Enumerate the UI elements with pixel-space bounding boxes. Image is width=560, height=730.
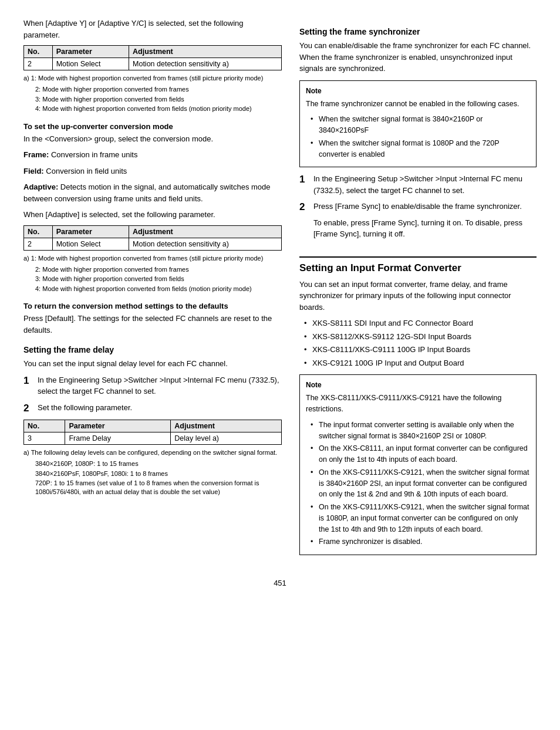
footnote3: a) The following delay levels can be con… bbox=[23, 448, 282, 497]
fn3-line2: 3840×2160PsF, 1080PsF, 1080i: 1 to 8 fra… bbox=[35, 469, 282, 478]
fn1-line0: a) 1: Mode with highest proportion conve… bbox=[23, 74, 282, 83]
table2-header-param: Parameter bbox=[52, 225, 129, 238]
intro-text: When [Adaptive Y] or [Adaptive Y/C] is s… bbox=[23, 18, 282, 40]
t2-r1-param: Motion Select bbox=[52, 238, 129, 250]
field-value: Conversion in field units bbox=[46, 167, 127, 175]
input-format-intro: You can set an input format converter, f… bbox=[299, 279, 537, 313]
field-label: Field: bbox=[23, 167, 44, 175]
fn2-line1: 2: Mode with higher proportion converted… bbox=[35, 265, 282, 274]
list-item: On the XKS-C9111/XKS-C9121, when the swi… bbox=[311, 467, 530, 500]
defaults-text: Press [Default]. The settings for the se… bbox=[23, 313, 282, 336]
table-row: 3 Frame Delay Delay level a) bbox=[24, 432, 282, 444]
note-box-1: Note The frame synchronizer cannot be en… bbox=[299, 80, 537, 168]
table-row: 2 Motion Select Motion detection sensiti… bbox=[24, 238, 282, 250]
t2-r1-adj: Motion detection sensitivity a) bbox=[129, 238, 282, 250]
step1-container: 1 In the Engineering Setup >Switcher >In… bbox=[23, 374, 282, 397]
list-item: The input format converter setting is av… bbox=[311, 420, 530, 442]
frame-delay-heading: Setting the frame delay bbox=[23, 345, 282, 354]
r-step1-num: 1 bbox=[299, 173, 309, 196]
note1-text: The frame synchronizer cannot be enabled… bbox=[306, 99, 530, 110]
t3-r1-param: Frame Delay bbox=[65, 432, 171, 444]
list-item: On the XKS-C9111/XKS-C9121, when the swi… bbox=[311, 502, 530, 535]
frame-line: Frame: Conversion in frame units bbox=[23, 149, 282, 161]
fn1-line3: 4: Mode with highest proportion converte… bbox=[35, 104, 282, 113]
upconverter-text: In the <Conversion> group, select the co… bbox=[23, 133, 282, 145]
defaults-heading: To return the conversion method settings… bbox=[23, 302, 282, 310]
table3: No. Parameter Adjustment 3 Frame Delay D… bbox=[23, 420, 282, 445]
r-step1-text: In the Engineering Setup >Switcher >Inpu… bbox=[313, 173, 537, 196]
fn3-line1: 3840×2160P, 1080P: 1 to 15 frames bbox=[35, 459, 282, 468]
r-step2-num: 2 bbox=[299, 201, 309, 245]
t3-r1-no: 3 bbox=[24, 432, 65, 444]
list-item: When the switcher signal format is 1080P… bbox=[311, 138, 530, 160]
table-row: 2 Motion Select Motion detection sensiti… bbox=[24, 58, 282, 70]
note1-label: Note bbox=[306, 86, 530, 96]
adaptive-label: Adaptive: bbox=[23, 182, 58, 191]
table2-header-no: No. bbox=[24, 225, 53, 238]
table1-header-param: Parameter bbox=[52, 46, 129, 58]
fn2-line0: a) 1: Mode with highest proportion conve… bbox=[23, 254, 282, 263]
frame-value: Conversion in frame units bbox=[51, 150, 137, 159]
note2-label: Note bbox=[306, 380, 530, 390]
fn3-line3: 720P: 1 to 15 frames (set value of 1 to … bbox=[35, 479, 282, 497]
frame-delay-intro: You can set the input signal delay level… bbox=[23, 358, 282, 370]
t3-r1-adj: Delay level a) bbox=[171, 432, 282, 444]
adaptive-line: Adaptive: Detects motion in the signal, … bbox=[23, 181, 282, 204]
left-column: When [Adaptive Y] or [Adaptive Y/C] is s… bbox=[23, 18, 282, 561]
list-item: XKS-C8111/XKS-C9111 100G IP Input Boards bbox=[304, 344, 537, 356]
step2-num: 2 bbox=[23, 402, 33, 415]
step2-text: Set the following parameter. bbox=[38, 402, 282, 415]
table2-header-adj: Adjustment bbox=[129, 225, 282, 238]
adaptive-followup: When [Adaptive] is selected, set the fol… bbox=[23, 209, 282, 221]
t1-r1-param: Motion Select bbox=[52, 58, 129, 70]
table1-header-no: No. bbox=[24, 46, 53, 58]
upconverter-heading: To set the up-converter conversion mode bbox=[23, 122, 282, 131]
r-step2-content: Press [Frame Sync] to enable/disable the… bbox=[313, 201, 537, 245]
page-footer: 451 bbox=[23, 579, 537, 587]
field-line: Field: Conversion in field units bbox=[23, 165, 282, 177]
fn1-line2: 3: Mode with higher proportion converted… bbox=[35, 95, 282, 104]
fn2-line2: 3: Mode with higher proportion converted… bbox=[35, 275, 282, 283]
input-format-bullets: XKS-S8111 SDI Input and FC Connector Boa… bbox=[304, 317, 537, 369]
fn3-indented: 3840×2160P, 1080P: 1 to 15 frames 3840×2… bbox=[35, 459, 282, 497]
step1-num: 1 bbox=[23, 374, 33, 397]
note1-bullets: When the switcher signal format is 3840×… bbox=[311, 114, 530, 160]
fn2-indented: 2: Mode with higher proportion converted… bbox=[35, 265, 282, 293]
table3-header-param: Parameter bbox=[65, 420, 171, 432]
frame-label: Frame: bbox=[23, 150, 49, 159]
r-step1-container: 1 In the Engineering Setup >Switcher >In… bbox=[299, 173, 537, 196]
list-item: XKS-S8111 SDI Input and FC Connector Boa… bbox=[304, 317, 537, 329]
step1-text: In the Engineering Setup >Switcher >Inpu… bbox=[38, 374, 282, 397]
right-column: Setting the frame synchronizer You can e… bbox=[299, 18, 537, 561]
fn3-line0: a) The following delay levels can be con… bbox=[23, 448, 282, 457]
list-item: On the XKS-C8111, an input format conver… bbox=[311, 443, 530, 465]
table1-header-adj: Adjustment bbox=[129, 46, 282, 58]
list-item: XKS-S8112/XKS-S9112 12G-SDI Input Boards bbox=[304, 331, 537, 343]
table3-header-adj: Adjustment bbox=[171, 420, 282, 432]
fn2-line3: 4: Mode with highest proportion converte… bbox=[35, 285, 282, 293]
frame-sync-heading: Setting the frame synchronizer bbox=[299, 27, 537, 36]
page-number: 451 bbox=[274, 579, 286, 587]
t1-r1-adj: Motion detection sensitivity a) bbox=[129, 58, 282, 70]
footnote1: a) 1: Mode with highest proportion conve… bbox=[23, 74, 282, 114]
note2-text: The XKS-C8111/XKS-C9111/XKS-C9121 have t… bbox=[306, 393, 530, 415]
fn1-line1: 2: Mode with higher proportion converted… bbox=[35, 85, 282, 94]
r-step2-followup: To enable, press [Frame Sync], turning i… bbox=[313, 217, 537, 240]
t1-r1-no: 2 bbox=[24, 58, 53, 70]
step2-container: 2 Set the following parameter. bbox=[23, 402, 282, 415]
r-step2-container: 2 Press [Frame Sync] to enable/disable t… bbox=[299, 201, 537, 245]
frame-sync-intro: You can enable/disable the frame synchro… bbox=[299, 40, 537, 75]
r-step2-text: Press [Frame Sync] to enable/disable the… bbox=[313, 201, 537, 212]
list-item: When the switcher signal format is 3840×… bbox=[311, 114, 530, 136]
fn1-indented: 2: Mode with higher proportion converted… bbox=[35, 85, 282, 113]
input-format-heading: Setting an Input Format Converter bbox=[299, 256, 537, 274]
table3-header-no: No. bbox=[24, 420, 65, 432]
list-item: Frame synchronizer is disabled. bbox=[311, 536, 530, 548]
table2: No. Parameter Adjustment 2 Motion Select… bbox=[23, 225, 282, 251]
t2-r1-no: 2 bbox=[24, 238, 53, 250]
adaptive-value: Detects motion in the signal, and automa… bbox=[23, 182, 271, 203]
note-box-2: Note The XKS-C8111/XKS-C9111/XKS-C9121 h… bbox=[299, 374, 537, 555]
footnote2: a) 1: Mode with highest proportion conve… bbox=[23, 254, 282, 294]
note2-bullets: The input format converter setting is av… bbox=[311, 420, 530, 548]
list-item: XKS-C9121 100G IP Input and Output Board bbox=[304, 357, 537, 369]
